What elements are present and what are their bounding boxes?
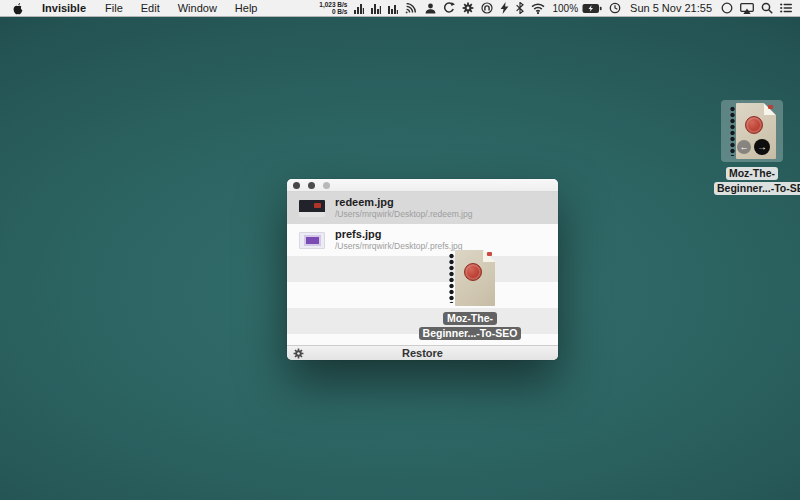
window-bottom-bar: Restore [287,345,558,360]
cpu-meter-icon[interactable] [354,3,364,14]
menu-file[interactable]: File [96,0,132,17]
moz-red-badge [745,116,763,134]
gear-icon[interactable] [462,2,474,14]
minimize-button[interactable] [308,182,315,189]
airplay-icon[interactable] [740,3,754,14]
file-row-redeem[interactable]: redeem.jpg /Users/mrqwirk/Desktop/.redee… [287,192,558,224]
network-throughput[interactable]: 1,023 B/s 0 B/s [319,1,347,15]
moz-red-badge [464,263,482,281]
desktop-icon-label: Moz-The- Beginner...-To-SEO [714,165,790,195]
file-path: /Users/mrqwirk/Desktop/.prefs.jpg [335,241,463,252]
menu-edit[interactable]: Edit [132,0,169,17]
file-path: /Users/mrqwirk/Desktop/.redeem.jpg [335,209,472,220]
label-line-2: Beginner...-To-SEO [714,182,800,195]
app-menu-invisible[interactable]: Invisible [33,0,96,17]
zoom-button[interactable] [323,182,330,189]
restore-button[interactable]: Restore [287,346,558,360]
file-row-prefs[interactable]: prefs.jpg /Users/mrqwirk/Desktop/.prefs.… [287,224,558,256]
close-button[interactable] [293,182,300,189]
empty-row-stripe [287,282,558,308]
notebook-document-icon [447,250,495,306]
corner-red-mark [487,252,492,256]
invisible-app-window: redeem.jpg /Users/mrqwirk/Desktop/.redee… [287,179,558,360]
icon-selection-highlight: ← → [721,100,783,162]
menu-window[interactable]: Window [169,0,226,17]
label-line-1: Moz-The- [726,167,778,180]
forward-arrow-icon: → [754,139,770,155]
battery-percent: 100% [552,3,578,14]
menu-clock[interactable]: Sun 5 Nov 21:55 [628,2,714,14]
spiral-binding [447,253,457,303]
notification-center-icon[interactable] [780,3,792,13]
preview-nav-arrows: ← → [728,138,776,155]
user-icon[interactable] [425,3,436,14]
bolt-icon[interactable] [500,2,509,14]
bluetooth-icon[interactable] [516,2,524,14]
circle-arch-icon[interactable] [481,2,493,14]
spotlight-icon[interactable] [761,2,773,14]
menu-help[interactable]: Help [226,0,267,17]
memory-meter-icon[interactable] [371,3,381,14]
menu-bar-status: 1,023 B/s 0 B/s [319,0,800,16]
wifi-icon[interactable] [531,3,545,14]
back-arrow-icon: ← [737,140,751,154]
redeem-thumbnail [299,200,325,217]
notebook-document-icon: ← → [728,103,776,159]
sync-icon[interactable] [443,2,455,14]
battery-icon[interactable] [582,3,602,14]
apple-menu-icon[interactable] [0,2,33,15]
label-line-2: Beginner...-To-SEO [419,327,522,340]
empty-row-stripe [287,256,558,282]
label-line-1: Moz-The- [443,312,497,325]
siri-icon[interactable] [721,2,733,14]
menu-bar: Invisible File Edit Window Help 1,023 B/… [0,0,800,17]
dragged-file-label: Moz-The- Beginner...-To-SEO [390,310,550,340]
file-name: prefs.jpg [335,228,463,241]
net-up-text: 1,023 B/s [319,1,347,8]
menu-bar-left: Invisible File Edit Window Help [0,0,266,16]
time-machine-icon[interactable] [609,2,621,14]
desktop-file-moz-seo[interactable]: ← → Moz-The- Beginner...-To-SEO [714,100,790,195]
file-name: redeem.jpg [335,196,472,209]
signal-waves-icon[interactable] [405,3,418,14]
window-titlebar[interactable] [287,179,558,192]
net-down-text: 0 B/s [319,8,347,15]
disk-meter-icon[interactable] [388,3,398,14]
corner-red-mark [768,105,773,109]
prefs-thumbnail [299,232,325,249]
dragged-file-icon[interactable] [447,250,495,306]
